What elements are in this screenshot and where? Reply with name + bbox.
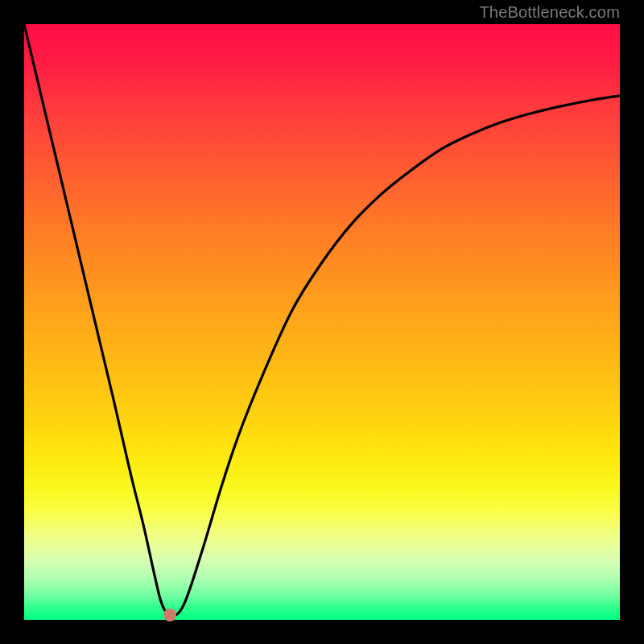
minimum-marker-dot [163, 609, 176, 621]
chart-container: TheBottleneck.com [0, 0, 644, 644]
curve-svg [24, 24, 620, 620]
watermark-text: TheBottleneck.com [479, 3, 620, 22]
plot-area [24, 24, 620, 620]
bottleneck-curve [24, 24, 620, 617]
